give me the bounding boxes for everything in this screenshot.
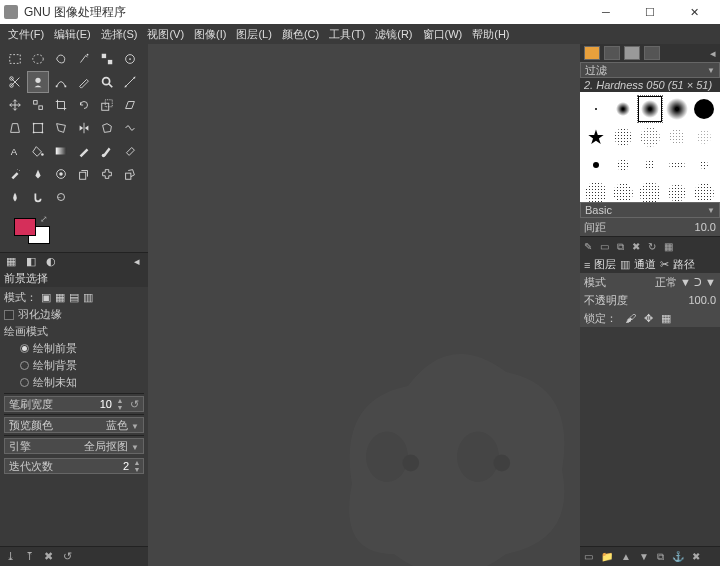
patterns-tab-icon[interactable]: [604, 46, 620, 60]
perspective-tool[interactable]: [4, 117, 26, 139]
ink-tool[interactable]: [27, 163, 49, 185]
menu-view[interactable]: 视图(V): [143, 26, 188, 43]
spin-down-icon[interactable]: ▼: [131, 466, 143, 473]
spin-down-icon[interactable]: ▼: [114, 404, 126, 411]
menu-image[interactable]: 图像(I): [190, 26, 230, 43]
handle-transform-tool[interactable]: [50, 117, 72, 139]
measure-tool[interactable]: [119, 71, 141, 93]
duplicate-brush-icon[interactable]: ⧉: [617, 241, 624, 253]
perspective-clone-tool[interactable]: [119, 163, 141, 185]
brush-item[interactable]: [584, 152, 609, 178]
rotate-tool[interactable]: [73, 94, 95, 116]
clone-tool[interactable]: [73, 163, 95, 185]
open-as-image-icon[interactable]: ▦: [664, 241, 673, 252]
brush-item[interactable]: [691, 96, 716, 122]
reset-preset-icon[interactable]: ↺: [63, 550, 72, 563]
iscissors-tool[interactable]: [119, 48, 141, 70]
tab-menu-icon[interactable]: ◂: [130, 255, 144, 269]
brush-item[interactable]: [664, 124, 689, 150]
tool-options-tab-icon[interactable]: ▦: [4, 255, 18, 269]
paths-icon[interactable]: ✂: [660, 258, 669, 271]
layer-mode-value[interactable]: 正常: [655, 276, 677, 288]
layers-menu-icon[interactable]: ≡: [584, 259, 590, 271]
brush-item[interactable]: [611, 124, 636, 150]
brush-item[interactable]: [638, 180, 663, 202]
save-preset-icon[interactable]: ⤓: [6, 550, 15, 563]
engine-dropdown[interactable]: 引擎 全局抠图 ▼: [4, 438, 144, 454]
minimize-button[interactable]: ─: [584, 0, 628, 24]
eraser-tool[interactable]: [119, 140, 141, 162]
cage-tool[interactable]: [96, 117, 118, 139]
menu-color[interactable]: 颜色(C): [278, 26, 323, 43]
brush-item[interactable]: [611, 180, 636, 202]
foreground-color[interactable]: [14, 218, 36, 236]
chevron-down-icon[interactable]: ▼: [680, 276, 691, 288]
brush-item[interactable]: [584, 180, 609, 202]
tab-channels[interactable]: 通道: [634, 257, 656, 272]
refresh-brush-icon[interactable]: ↻: [648, 241, 656, 252]
iterations-spinner[interactable]: 迭代次数 2 ▲▼: [4, 458, 144, 474]
smudge-tool[interactable]: [27, 186, 49, 208]
tab-menu-icon[interactable]: ◂: [710, 47, 716, 60]
delete-preset-icon[interactable]: ✖: [44, 550, 53, 563]
free-select-tool[interactable]: [50, 48, 72, 70]
warp-tool[interactable]: [119, 117, 141, 139]
brush-item[interactable]: [638, 152, 663, 178]
scale-tool[interactable]: [96, 94, 118, 116]
device-status-tab-icon[interactable]: ◧: [24, 255, 38, 269]
iterations-value[interactable]: 2: [121, 460, 131, 472]
airbrush-tool[interactable]: [4, 163, 26, 185]
rect-select-tool[interactable]: [4, 48, 26, 70]
mode-replace-icon[interactable]: ▣: [41, 291, 51, 304]
ellipse-select-tool[interactable]: [27, 48, 49, 70]
menu-window[interactable]: 窗口(W): [419, 26, 467, 43]
color-picker-tool[interactable]: [73, 71, 95, 93]
spin-up-icon[interactable]: ▲: [131, 459, 143, 466]
new-brush-icon[interactable]: ▭: [600, 241, 609, 252]
mypaint-brush-tool[interactable]: [50, 163, 72, 185]
menu-filter[interactable]: 滤镜(R): [371, 26, 416, 43]
raise-layer-icon[interactable]: ▲: [621, 551, 631, 562]
brush-item[interactable]: [611, 152, 636, 178]
align-tool[interactable]: [27, 94, 49, 116]
brush-spacing-slider[interactable]: 间距 10.0: [580, 218, 720, 236]
mode-subtract-icon[interactable]: ▤: [69, 291, 79, 304]
brush-item[interactable]: [584, 96, 609, 122]
stroke-width-spinner[interactable]: 笔刷宽度 10 ▲▼ ↺: [4, 396, 144, 412]
brush-item[interactable]: [664, 180, 689, 202]
menu-select[interactable]: 选择(S): [97, 26, 142, 43]
heal-tool[interactable]: [96, 163, 118, 185]
new-group-icon[interactable]: 📁: [601, 551, 613, 562]
edit-brush-icon[interactable]: ✎: [584, 241, 592, 252]
flip-tool[interactable]: [73, 117, 95, 139]
mode-switch-icon[interactable]: Ɔ: [694, 276, 702, 288]
stroke-width-value[interactable]: 10: [98, 398, 114, 410]
draw-fg-radio[interactable]: [20, 344, 29, 353]
delete-layer-icon[interactable]: ✖: [692, 551, 700, 562]
close-button[interactable]: ✕: [672, 0, 716, 24]
preview-color-dropdown[interactable]: 预览颜色 蓝色 ▼: [4, 417, 144, 433]
dodge-burn-tool[interactable]: [50, 186, 72, 208]
paintbrush-tool[interactable]: [96, 140, 118, 162]
brush-item[interactable]: [638, 124, 663, 150]
canvas-area[interactable]: [148, 44, 580, 566]
menu-file[interactable]: 文件(F): [4, 26, 48, 43]
crop-tool[interactable]: [50, 94, 72, 116]
tab-paths[interactable]: 路径: [673, 257, 695, 272]
text-tool[interactable]: A: [4, 140, 26, 162]
brush-item[interactable]: ★: [584, 124, 609, 150]
lock-position-icon[interactable]: ✥: [644, 312, 653, 325]
fonts-tab-icon[interactable]: [624, 46, 640, 60]
shear-tool[interactable]: [119, 94, 141, 116]
reset-icon[interactable]: ↺: [126, 398, 143, 411]
blur-tool[interactable]: [4, 186, 26, 208]
scissors-tool[interactable]: [4, 71, 26, 93]
delete-brush-icon[interactable]: ✖: [632, 241, 640, 252]
maximize-button[interactable]: ☐: [628, 0, 672, 24]
paths-tool[interactable]: [50, 71, 72, 93]
brush-item[interactable]: [638, 96, 663, 122]
move-tool[interactable]: [4, 94, 26, 116]
brush-filter-dropdown[interactable]: 过滤 ▼: [580, 62, 720, 78]
brush-preset-dropdown[interactable]: Basic ▼: [580, 202, 720, 218]
brush-item[interactable]: [664, 152, 689, 178]
